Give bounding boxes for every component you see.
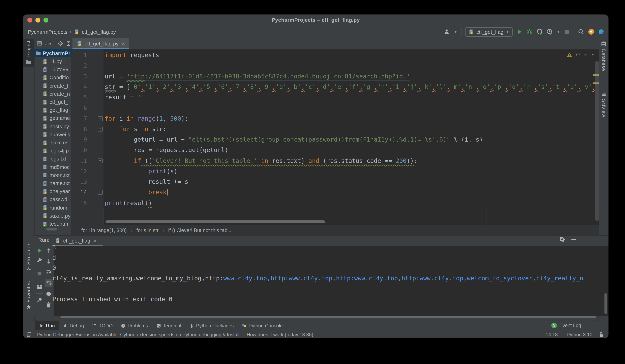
fold-marker[interactable]: −: [98, 158, 103, 163]
tree-item-huawei-s[interactable]: huawei s: [34, 131, 71, 139]
profiler-button[interactable]: [546, 28, 553, 35]
toolwindow-button-label: Terminal: [163, 323, 181, 328]
run-tab[interactable]: ctf_get_flag ×: [52, 235, 100, 246]
debug-button[interactable]: [526, 28, 533, 35]
tree-item-logs-txt[interactable]: logs.txt: [34, 155, 71, 163]
pin-icon[interactable]: [36, 297, 43, 303]
project-tree-hscrollbar[interactable]: [46, 228, 57, 230]
console-hscrollbar[interactable]: [61, 316, 596, 318]
user-icon[interactable]: [444, 28, 450, 35]
lock-icon[interactable]: [598, 332, 604, 337]
locate-file-icon[interactable]: [57, 41, 63, 46]
up-stack-icon[interactable]: [45, 247, 53, 254]
warning-stripe-mark[interactable]: [593, 74, 599, 76]
status-link[interactable]: How does it work (today 13:36): [247, 332, 313, 337]
breadcrumb-project[interactable]: PycharmProjects: [28, 29, 67, 35]
down-stack-icon[interactable]: [45, 257, 53, 265]
learn-icon[interactable]: [598, 28, 604, 35]
next-warning-icon[interactable]: [591, 52, 596, 57]
toolwindow-button-python-packages[interactable]: Python Packages: [185, 321, 238, 330]
tree-item-md5moc[interactable]: md5moc: [34, 163, 71, 171]
tree-item-one-year[interactable]: one year: [34, 187, 71, 195]
settings-icon[interactable]: [36, 257, 43, 263]
tree-item-hosts-py[interactable]: hosts.py: [34, 122, 71, 130]
tree-item-11-py[interactable]: 11.py: [34, 57, 71, 65]
console-vscrollbar[interactable]: [604, 293, 607, 314]
project-view-icon[interactable]: [37, 41, 42, 46]
gear-icon[interactable]: [559, 236, 565, 242]
toolwindow-button-run[interactable]: Run: [35, 321, 59, 330]
breadcrumb-file[interactable]: ctf_get_flag.py: [82, 29, 116, 35]
console-line: 3: [52, 243, 56, 253]
search-icon[interactable]: [578, 28, 584, 35]
run-button[interactable]: [516, 28, 523, 35]
coverage-button[interactable]: [536, 28, 543, 35]
tree-item-pycharmpr[interactable]: PycharmPr: [34, 49, 71, 57]
print-icon[interactable]: [45, 290, 53, 298]
tree-item-logic4j-p[interactable]: logic4j.p: [34, 147, 71, 155]
tree-item-get-flag[interactable]: get_flag: [34, 106, 71, 114]
prev-warning-icon[interactable]: [583, 52, 588, 57]
tree-item-ctf-get-[interactable]: ctf_get_: [34, 98, 71, 106]
tree-item-passwd-[interactable]: passwd.: [34, 196, 71, 203]
editor-vscrollbar[interactable]: [595, 61, 599, 221]
rerun-button[interactable]: [36, 247, 43, 254]
sidebar-item-sciview[interactable]: SciView: [599, 91, 608, 131]
soft-wrap-icon[interactable]: [45, 268, 53, 276]
run-panel-header: [34, 235, 608, 247]
run-config-selector[interactable]: ctf_get_flag▼: [465, 27, 513, 36]
sidebar-item-database[interactable]: Database: [599, 41, 608, 89]
chevron-down-icon[interactable]: ▼: [454, 30, 458, 34]
tab-ctf-get-flag[interactable]: ctf_get_flag.py ×: [72, 38, 129, 49]
warning-stripe-mark[interactable]: [593, 83, 599, 84]
toolwindow-button-terminal[interactable]: Terminal: [152, 321, 185, 330]
inspections-widget[interactable]: 77: [567, 52, 596, 57]
tree-item-name-txt[interactable]: name.txt: [34, 179, 71, 187]
toolwindow-stack-icon[interactable]: [26, 332, 32, 337]
console-link[interactable]: www.cl4y.top,http:www.cl4y.top,http:www.…: [223, 275, 583, 282]
close-tab-icon[interactable]: ×: [122, 40, 125, 46]
stop-button[interactable]: [564, 28, 570, 35]
pymini-icon: [242, 323, 247, 328]
sidebar-item-structure[interactable]: Structure: [23, 241, 34, 275]
chevron-down-icon[interactable]: ▼: [557, 30, 560, 34]
sidebar-item-favorites[interactable]: Favorites: [23, 278, 34, 313]
toolwindow-button-python-console[interactable]: Python Console: [238, 321, 287, 330]
tree-item-rundom[interactable]: rundom: [34, 203, 71, 212]
restore-layout-icon[interactable]: [36, 283, 43, 290]
breadcrumb-item[interactable]: if (('Clever! But not this tabl...: [168, 227, 233, 233]
line-number: 10: [71, 145, 87, 156]
fold-marker[interactable]: −: [98, 116, 103, 121]
hide-panel-icon[interactable]: [571, 239, 576, 240]
tree-item-conditio[interactable]: Conditio: [34, 74, 71, 82]
editor-hscrollbar[interactable]: [105, 221, 325, 223]
tree-item-100to99[interactable]: 100to99: [34, 65, 71, 73]
line-number: 3: [71, 71, 87, 82]
stop-button[interactable]: [36, 270, 43, 277]
interpreter-label[interactable]: Python 3.10: [567, 332, 592, 337]
close-run-tab-icon[interactable]: ×: [94, 238, 96, 244]
toolwindow-button-debug[interactable]: Debug: [59, 321, 88, 330]
breadcrumb-item[interactable]: for s in str: [136, 227, 158, 233]
project-view-options[interactable]: …▾: [45, 41, 51, 46]
tree-item-jspxcms-[interactable]: jspxcms.: [34, 139, 71, 147]
tree-item-moon-txt[interactable]: moon.txt: [34, 171, 71, 179]
scroll-to-end-icon[interactable]: [45, 279, 53, 287]
py-file-icon: [42, 213, 48, 219]
tree-item-create-l[interactable]: create_l: [34, 82, 71, 90]
tree-item-getname[interactable]: getname: [34, 114, 71, 122]
event-log[interactable]: 5 Event Log: [551, 321, 581, 330]
update-icon[interactable]: [588, 28, 594, 35]
sidebar-item-project[interactable]: Project: [23, 39, 34, 67]
fold-marker[interactable]: [98, 190, 103, 195]
fold-marker[interactable]: −: [98, 127, 103, 132]
tree-item-suxue-py[interactable]: suxue.py: [34, 212, 71, 220]
breadcrumb-item[interactable]: for i in range(1, 300): [81, 227, 127, 233]
clear-all-icon[interactable]: [45, 301, 53, 309]
collapse-all-icon[interactable]: [65, 41, 71, 46]
toolwindow-button-todo[interactable]: TODO: [88, 321, 117, 330]
tree-item-test-htm[interactable]: Htest.htm: [34, 220, 71, 228]
toolwindow-button-problems[interactable]: Problems: [117, 321, 152, 330]
tree-item-create-n[interactable]: create_n: [34, 90, 71, 98]
code-area[interactable]: import requestsurl = 'http://64117f1f-01…: [103, 50, 599, 208]
